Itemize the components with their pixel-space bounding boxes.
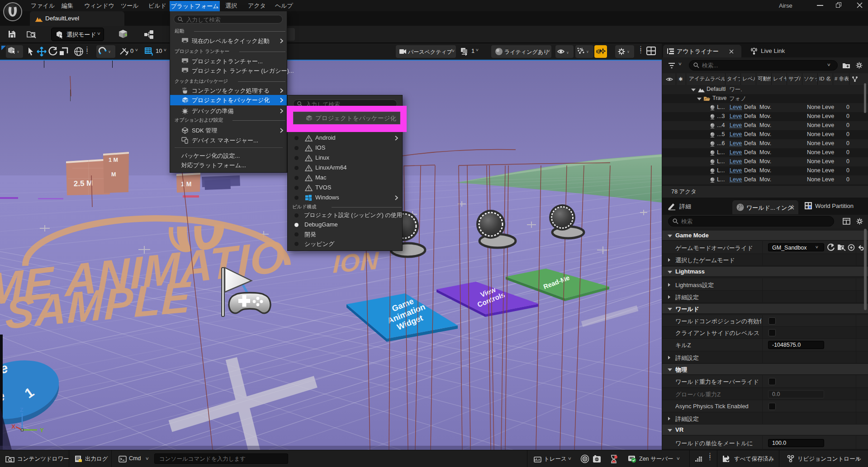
- svg-text:Y: Y: [40, 427, 44, 434]
- svg-text:∨: ∨: [136, 33, 137, 38]
- svg-text:M: M: [111, 171, 116, 178]
- svg-text:Z: Z: [20, 406, 24, 413]
- svg-text:X: X: [11, 423, 15, 430]
- svg-text:1 M: 1 M: [109, 157, 118, 163]
- svg-text:1 M: 1 M: [181, 180, 191, 188]
- svg-text:2.5 M: 2.5 M: [73, 179, 93, 188]
- svg-text:∨: ∨: [627, 50, 630, 54]
- svg-text:∨: ∨: [586, 50, 589, 54]
- svg-text:∨: ∨: [17, 50, 19, 54]
- svg-text:∨: ∨: [108, 50, 111, 54]
- svg-text:∨: ∨: [162, 33, 163, 38]
- svg-text:∨: ∨: [566, 51, 569, 55]
